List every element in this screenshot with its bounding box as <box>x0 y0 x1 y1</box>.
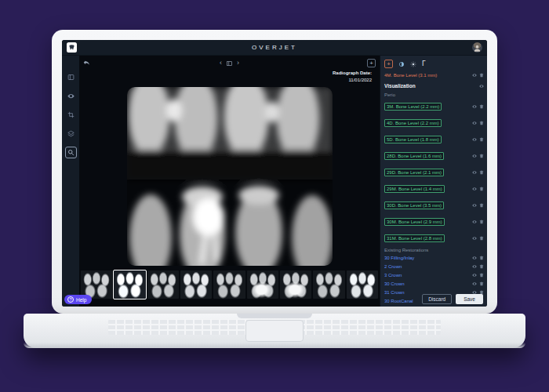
perio-finding-row[interactable]: 31M. Bone Level (2.8 mm) <box>384 231 484 245</box>
perio-finding-label[interactable]: 30D. Bone Level (3.5 mm) <box>384 201 444 209</box>
perio-finding-row[interactable]: 30M. Bone Level (2.9 mm) <box>384 215 484 229</box>
perio-finding-label[interactable]: 30M. Bone Level (2.9 mm) <box>384 218 445 226</box>
restoration-finding-row[interactable]: 3 Crown <box>384 272 484 278</box>
perio-finding-row[interactable]: 5D. Bone Level (1.8 mm) <box>384 132 484 147</box>
viewer-add-button[interactable]: + <box>367 59 376 67</box>
radiograph-date-value: 11/01/2022 <box>333 77 372 84</box>
perio-finding-row[interactable]: 29M. Bone Level (1.4 mm) <box>384 182 484 196</box>
eye-icon <box>472 73 477 78</box>
visibility-toggle-button[interactable] <box>472 73 477 78</box>
sidebar-item-layers[interactable] <box>65 128 77 140</box>
perio-finding-row[interactable]: 28D. Bone Level (1.6 mm) <box>384 149 484 163</box>
delete-button[interactable] <box>479 273 484 278</box>
radiograph-thumbnail[interactable] <box>147 270 179 299</box>
brightness-button[interactable] <box>410 61 416 67</box>
delete-button[interactable] <box>479 121 484 125</box>
visibility-toggle-button[interactable] <box>472 170 477 175</box>
visibility-toggle-button[interactable] <box>472 104 477 109</box>
frames-icon <box>226 60 233 67</box>
perio-finding-label[interactable]: 4D. Bone Level (2.2 mm) <box>384 119 442 127</box>
radiograph-date: Radiograph Date: 11/01/2022 <box>333 70 372 83</box>
contrast-button[interactable] <box>398 61 405 67</box>
restoration-finding-row[interactable]: 30 Filling/Inlay <box>384 255 484 261</box>
radiograph-thumbnail[interactable] <box>347 270 378 299</box>
visibility-toggle-button[interactable] <box>472 264 477 269</box>
eye-icon <box>67 93 75 100</box>
eye-icon <box>479 84 484 89</box>
visibility-toggle-button[interactable] <box>472 187 477 191</box>
selected-annotation-row[interactable]: 4M. Bone Level (3.1 mm) <box>384 71 484 79</box>
overjet-logo[interactable] <box>67 42 77 53</box>
perio-finding-label[interactable]: 3M. Bone Level (2.2 mm) <box>384 103 442 111</box>
visibility-toggle-button[interactable] <box>472 121 477 125</box>
radiograph-thumbnail-selected[interactable] <box>114 270 145 299</box>
radiograph-thumbnail[interactable] <box>180 270 212 299</box>
perio-finding-label[interactable]: 5D. Bone Level (1.8 mm) <box>384 136 442 143</box>
visibility-toggle-button[interactable] <box>472 203 477 208</box>
next-image-button[interactable]: › <box>237 60 239 67</box>
layout-grid-button[interactable] <box>226 56 233 70</box>
radiograph-image[interactable] <box>127 87 333 266</box>
visibility-toggle-button[interactable] <box>472 220 477 224</box>
delete-button[interactable] <box>479 256 484 260</box>
delete-button[interactable] <box>479 203 484 208</box>
visibility-toggle-button[interactable] <box>472 236 477 241</box>
delete-button[interactable] <box>479 104 484 109</box>
toggle-all-visibility-button[interactable] <box>479 84 484 89</box>
delete-button[interactable] <box>479 264 484 269</box>
image-navigation: ‹ › <box>83 56 376 70</box>
viewer-toolbar: ‹ › + <box>83 58 376 67</box>
perio-finding-row[interactable]: 3M. Bone Level (2.2 mm) <box>384 100 484 114</box>
restoration-finding-label[interactable]: 30 Filling/Inlay <box>384 255 470 261</box>
visibility-toggle-button[interactable] <box>472 154 477 158</box>
trash-icon <box>479 187 484 191</box>
delete-button[interactable] <box>479 73 484 78</box>
restoration-finding-row[interactable]: 30 Crown <box>384 281 484 287</box>
delete-button[interactable] <box>479 220 484 224</box>
radiograph-thumbnail[interactable] <box>213 270 245 299</box>
restoration-finding-label[interactable]: 2 Crown <box>384 263 470 270</box>
perio-section-label: Perio <box>384 93 484 97</box>
radiograph-thumbnail[interactable] <box>280 270 311 299</box>
user-avatar[interactable] <box>472 42 482 53</box>
perio-finding-label[interactable]: 29M. Bone Level (1.4 mm) <box>384 185 445 193</box>
help-button[interactable]: ? Help <box>64 295 92 304</box>
perio-finding-label[interactable]: 29D. Bone Level (2.1 mm) <box>384 169 444 176</box>
sidebar-item-visibility[interactable] <box>65 90 77 102</box>
delete-button[interactable] <box>479 170 484 175</box>
delete-button[interactable] <box>479 236 484 241</box>
visibility-toggle-button[interactable] <box>472 137 477 142</box>
radiograph-thumbnail[interactable] <box>313 270 344 299</box>
perio-finding-row[interactable]: 4D. Bone Level (2.2 mm) <box>384 116 484 130</box>
brightness-icon <box>410 61 416 67</box>
discard-button[interactable]: Discard <box>422 294 452 304</box>
perio-finding-row[interactable]: 29D. Bone Level (2.1 mm) <box>384 165 484 180</box>
delete-button[interactable] <box>479 187 484 191</box>
sidebar-item-layout[interactable] <box>65 71 77 83</box>
perio-finding-label[interactable]: 31M. Bone Level (2.8 mm) <box>384 234 445 242</box>
restorations-section-label: Existing Restorations <box>384 248 484 252</box>
save-button[interactable]: Save <box>456 294 483 304</box>
eye-icon <box>472 273 477 278</box>
delete-button[interactable] <box>479 137 484 142</box>
delete-button[interactable] <box>479 154 484 158</box>
visibility-toggle-button[interactable] <box>472 256 477 260</box>
radiograph-thumbnail[interactable] <box>247 270 278 299</box>
perio-finding-row[interactable]: 30D. Bone Level (3.5 mm) <box>384 198 484 212</box>
add-annotation-button[interactable]: + <box>384 60 393 68</box>
previous-image-button[interactable]: ‹ <box>220 60 222 67</box>
restoration-finding-row[interactable]: 2 Crown <box>384 263 484 270</box>
restoration-finding-label[interactable]: 30 Crown <box>384 281 470 287</box>
restoration-finding-label[interactable]: 3 Crown <box>384 272 470 278</box>
delete-button[interactable] <box>479 281 484 286</box>
back-button[interactable] <box>83 56 90 70</box>
visibility-toggle-button[interactable] <box>472 281 477 286</box>
perio-finding-label[interactable]: 28D. Bone Level (1.6 mm) <box>384 152 444 160</box>
sidebar-item-search[interactable] <box>65 147 77 158</box>
trash-icon <box>479 104 484 109</box>
trash-icon <box>479 121 484 125</box>
sidebar-item-crop[interactable] <box>65 109 77 121</box>
visibility-toggle-button[interactable] <box>472 273 477 278</box>
gamma-button[interactable]: Γ <box>422 61 425 67</box>
crop-icon <box>67 111 75 118</box>
